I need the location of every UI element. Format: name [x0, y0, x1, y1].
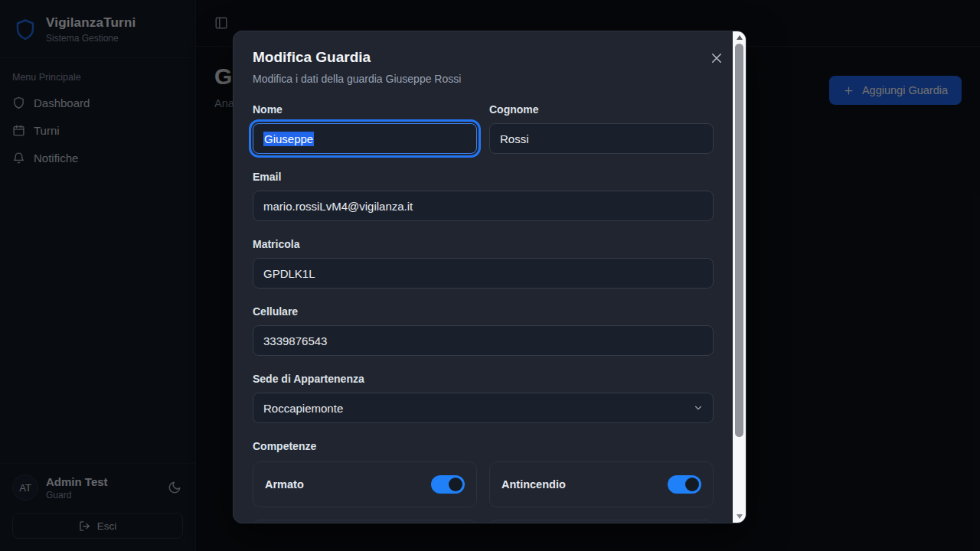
matricola-input[interactable]	[253, 258, 714, 289]
nome-label: Nome	[253, 103, 477, 116]
competenze-label: Competenze	[253, 440, 714, 452]
competenze-grid: Armato Antincendio Primo Soccorso Patent…	[253, 461, 714, 523]
competenza-antincendio: Antincendio	[489, 461, 714, 507]
scrollbar-up-arrow-icon[interactable]	[733, 31, 746, 44]
armato-toggle[interactable]	[431, 475, 465, 494]
competenza-primo-soccorso: Primo Soccorso	[253, 520, 477, 523]
email-input[interactable]	[253, 191, 714, 221]
modal-body: Modifica Guardia Modifica i dati della g…	[234, 31, 733, 523]
competenza-armato: Armato	[253, 461, 477, 507]
modal-subtitle: Modifica i dati della guardia Giuseppe R…	[253, 73, 714, 85]
toggle-knob	[449, 478, 462, 491]
toggle-knob	[685, 478, 699, 491]
modal-title: Modifica Guardia	[253, 49, 714, 66]
nome-selected-text: Giuseppe	[263, 132, 314, 146]
cellulare-label: Cellulare	[253, 305, 714, 318]
scrollbar-thumb[interactable]	[735, 44, 743, 437]
edit-guard-modal: Modifica Guardia Modifica i dati della g…	[233, 31, 746, 523]
email-label: Email	[253, 171, 714, 183]
nome-input[interactable]: Giuseppe	[253, 123, 477, 154]
matricola-label: Matricola	[253, 238, 714, 250]
cognome-label: Cognome	[489, 103, 714, 116]
guard-form: Nome Giuseppe Cognome Email Matri	[253, 103, 714, 523]
sede-select[interactable]: Roccapiemonte	[253, 393, 714, 423]
modal-scrollbar[interactable]	[733, 31, 746, 523]
chevron-down-icon	[693, 403, 704, 413]
cognome-input[interactable]	[489, 123, 714, 154]
app-root: VigilanzaTurni Sistema Gestione Menu Pri…	[0, 0, 980, 551]
cellulare-input[interactable]	[253, 325, 714, 356]
close-icon[interactable]	[710, 51, 724, 65]
sede-selected-value: Roccapiemonte	[263, 402, 343, 415]
competenza-patente: Patente	[489, 520, 714, 523]
sede-label: Sede di Appartenenza	[253, 373, 714, 385]
antincendio-toggle[interactable]	[668, 475, 701, 494]
